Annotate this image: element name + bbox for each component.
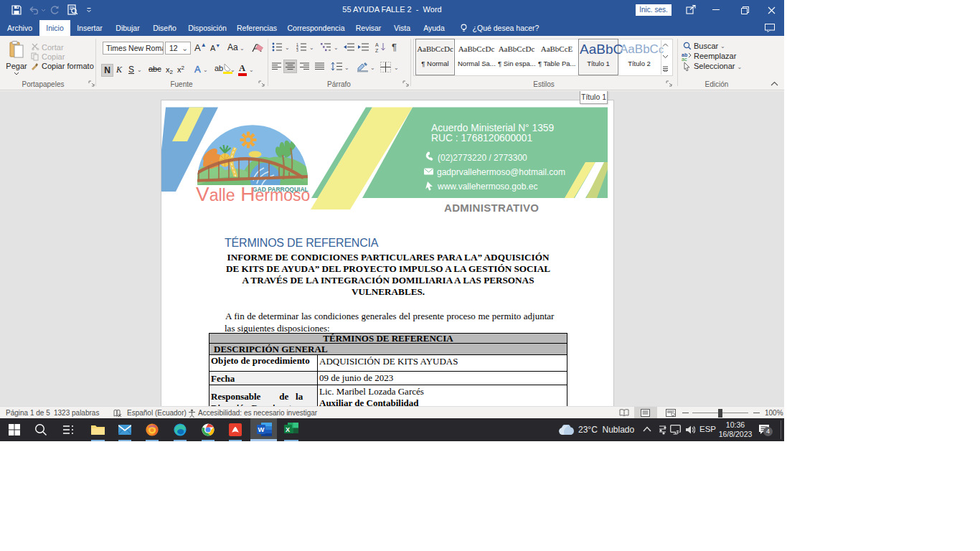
svg-text:Z: Z (375, 48, 379, 52)
svg-text:X: X (286, 426, 290, 433)
svg-text:RUC : 1768120600001: RUC : 1768120600001 (431, 133, 532, 143)
svg-text:www.vallehermoso.gob.ec: www.vallehermoso.gob.ec (437, 182, 537, 192)
svg-text:gadprvallehermoso@hotmail.com: gadprvallehermoso@hotmail.com (437, 167, 565, 177)
svg-text:A: A (375, 42, 379, 47)
svg-text:Valle Hermoso: Valle Hermoso (196, 183, 310, 205)
svg-text:ac: ac (682, 57, 687, 61)
svg-text:W: W (258, 425, 265, 433)
svg-text:Acuerdo Ministerial N° 1359: Acuerdo Ministerial N° 1359 (431, 123, 554, 133)
svg-text:3: 3 (296, 48, 298, 52)
svg-text:(02)2773220 / 2773300: (02)2773220 / 2773300 (438, 153, 527, 163)
